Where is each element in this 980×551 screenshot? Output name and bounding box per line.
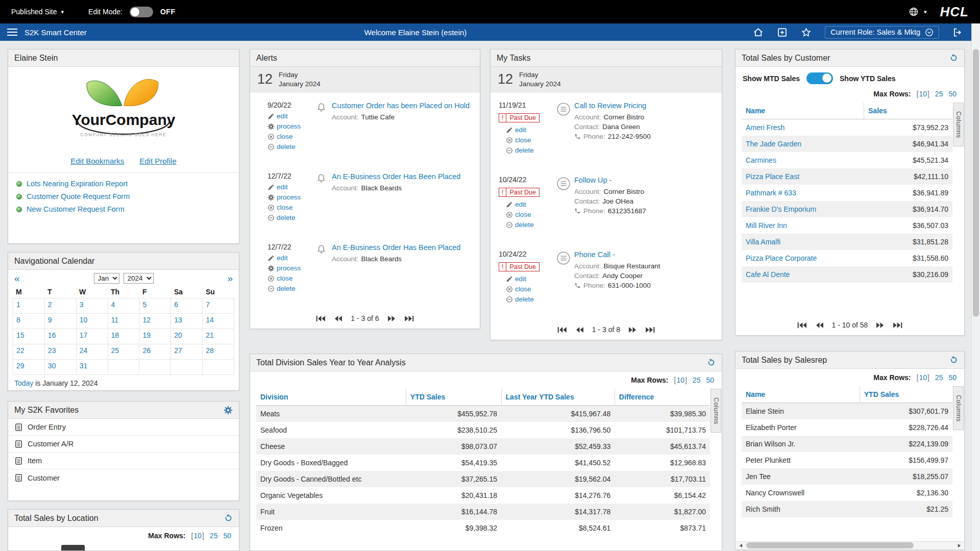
next-page-button[interactable]: [628, 327, 638, 333]
calendar-day-cell[interactable]: 23: [45, 344, 77, 360]
bookmark-link[interactable]: New Customer Request Form: [27, 205, 125, 213]
logout-icon[interactable]: [952, 27, 963, 38]
close-action[interactable]: close: [267, 133, 310, 140]
last-page-button[interactable]: [645, 327, 655, 333]
process-action[interactable]: process: [267, 193, 310, 201]
calendar-day-link[interactable]: 8: [16, 316, 20, 324]
calendar-day-cell[interactable]: 4: [108, 298, 140, 314]
alert-title[interactable]: An E-Business Order Has Been Placed: [332, 243, 475, 253]
calendar-day-link[interactable]: 28: [206, 346, 214, 355]
calendar-day-cell[interactable]: 19: [139, 329, 171, 344]
bookmark-item[interactable]: Customer Quote Request Form: [16, 192, 239, 201]
max-rows-option[interactable]: 10: [916, 373, 929, 382]
calendar-day-link[interactable]: 11: [111, 316, 119, 324]
max-rows-option[interactable]: 25: [693, 376, 701, 384]
column-header-difference[interactable]: Difference: [615, 389, 710, 406]
process-action[interactable]: process: [267, 264, 310, 272]
delete-action[interactable]: delete: [506, 221, 553, 229]
max-rows-option[interactable]: 25: [935, 373, 943, 382]
calendar-day-link[interactable]: 18: [111, 331, 119, 339]
refresh-icon[interactable]: [224, 514, 233, 522]
calendar-day-cell[interactable]: 16: [45, 329, 77, 344]
calendar-day-link[interactable]: 22: [16, 346, 24, 355]
first-page-button[interactable]: [797, 322, 807, 329]
calendar-day-cell[interactable]: [203, 360, 234, 375]
calendar-day-link[interactable]: 6: [174, 300, 178, 309]
column-header-name[interactable]: Name: [742, 386, 860, 403]
home-icon[interactable]: [753, 27, 764, 38]
calendar-day-cell[interactable]: 24: [77, 344, 108, 360]
calendar-day-cell[interactable]: 28: [203, 344, 234, 360]
process-action[interactable]: process: [267, 122, 310, 130]
gear-icon[interactable]: [224, 406, 233, 415]
max-rows-option[interactable]: 25: [935, 90, 943, 98]
calendar-day-link[interactable]: 23: [48, 346, 56, 355]
calendar-day-link[interactable]: 25: [111, 346, 119, 355]
scroll-left-button[interactable]: [736, 543, 745, 548]
calendar-day-link[interactable]: 29: [16, 362, 24, 370]
refresh-icon[interactable]: [707, 358, 716, 367]
calendar-day-cell[interactable]: 27: [171, 344, 203, 360]
mtd-ytd-toggle[interactable]: [806, 72, 833, 84]
edit-action[interactable]: edit: [506, 275, 553, 283]
calendar-day-link[interactable]: 27: [174, 346, 182, 355]
calendar-day-link[interactable]: 19: [142, 331, 151, 339]
page-scrollbar[interactable]: [971, 23, 980, 551]
close-action[interactable]: close: [267, 204, 310, 211]
calendar-day-link[interactable]: 20: [174, 331, 182, 339]
favorite-item[interactable]: Customer A/R: [8, 436, 239, 453]
max-rows-option[interactable]: 50: [223, 532, 231, 540]
calendar-day-link[interactable]: 16: [48, 331, 56, 339]
calendar-day-link[interactable]: 4: [111, 300, 115, 309]
calendar-day-cell[interactable]: 1: [13, 298, 45, 314]
today-link[interactable]: Today: [14, 379, 33, 387]
horizontal-scrollbar[interactable]: [736, 541, 964, 549]
calendar-day-cell[interactable]: [108, 360, 140, 375]
column-header-division[interactable]: Division: [256, 389, 406, 406]
calendar-day-link[interactable]: 21: [206, 331, 214, 339]
calendar-day-cell[interactable]: 2: [45, 298, 77, 314]
published-site-menu[interactable]: Published Site ▾: [11, 8, 64, 16]
task-title[interactable]: Call to Review Pricing: [574, 101, 717, 111]
calendar-day-cell[interactable]: 31: [77, 360, 108, 375]
delete-action[interactable]: delete: [506, 146, 553, 154]
max-rows-option[interactable]: 10: [674, 376, 687, 384]
column-header-name[interactable]: Name: [742, 103, 864, 119]
favorite-item[interactable]: Customer: [8, 469, 239, 486]
calendar-day-link[interactable]: 24: [80, 346, 88, 355]
first-page-button[interactable]: [316, 315, 326, 322]
column-header-ytd[interactable]: YTD Sales: [406, 389, 501, 406]
calendar-day-cell[interactable]: 13: [171, 314, 203, 329]
next-page-button[interactable]: [387, 315, 397, 322]
calendar-day-cell[interactable]: 9: [45, 314, 77, 329]
columns-tab[interactable]: Columns: [710, 389, 721, 433]
scroll-right-button[interactable]: [954, 543, 964, 548]
calendar-day-link[interactable]: 5: [142, 300, 146, 309]
calendar-day-link[interactable]: 13: [174, 316, 182, 324]
customer-link[interactable]: Carmines: [746, 156, 776, 164]
close-action[interactable]: close: [506, 136, 553, 144]
column-header-sales[interactable]: Sales: [864, 103, 952, 119]
calendar-day-link[interactable]: 10: [80, 316, 88, 324]
edit-action[interactable]: edit: [506, 201, 553, 208]
calendar-day-link[interactable]: 12: [142, 316, 151, 324]
calendar-day-link[interactable]: 1: [16, 300, 20, 309]
max-rows-option[interactable]: 25: [210, 532, 218, 540]
favorite-item[interactable]: Item: [8, 453, 239, 469]
calendar-day-cell[interactable]: 14: [203, 314, 234, 329]
calendar-day-cell[interactable]: [171, 360, 203, 375]
calendar-day-link[interactable]: 7: [206, 300, 210, 309]
column-header-lastyear[interactable]: Last Year YTD Sales: [501, 389, 615, 406]
calendar-day-cell[interactable]: 20: [171, 329, 203, 344]
year-select[interactable]: 2024: [124, 273, 154, 284]
last-page-button[interactable]: [404, 315, 414, 322]
customer-link[interactable]: Frankie D's Emporium: [746, 205, 816, 213]
edit-action[interactable]: edit: [267, 112, 310, 120]
delete-action[interactable]: delete: [267, 285, 310, 292]
edit-profile-link[interactable]: Edit Profile: [139, 157, 177, 165]
alert-title[interactable]: Customer Order has been Placed on Hold: [332, 101, 475, 111]
customer-link[interactable]: Pizza Place East: [746, 172, 799, 181]
delete-action[interactable]: delete: [506, 295, 553, 303]
current-role-selector[interactable]: Current Role: Sales & Mktg: [825, 26, 939, 39]
edit-action[interactable]: edit: [267, 183, 310, 191]
